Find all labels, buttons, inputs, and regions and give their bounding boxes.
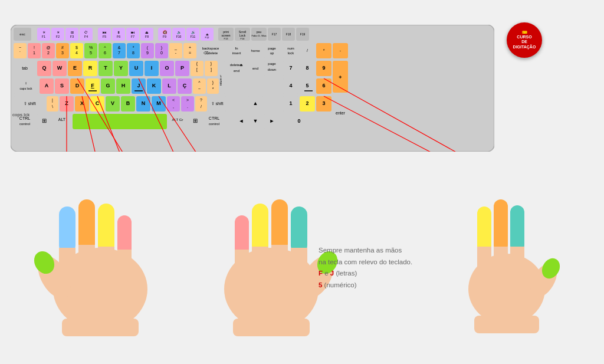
svg-text:&: & — [118, 45, 121, 50]
svg-text:0: 0 — [160, 51, 163, 55]
svg-text:delete⏏: delete⏏ — [230, 63, 243, 67]
svg-text:+: + — [339, 74, 342, 80]
svg-text:F4: F4 — [84, 35, 88, 38]
svg-text:◄: ◄ — [239, 118, 244, 124]
badge-line3: DIGITAÇÃO — [513, 45, 536, 50]
caps-lock-label: cops Ick — [12, 112, 29, 117]
svg-rect-103 — [264, 43, 280, 58]
svg-text:B: B — [126, 100, 130, 106]
svg-text:F9: F9 — [163, 35, 166, 38]
svg-rect-277 — [78, 199, 95, 252]
svg-text:H: H — [122, 83, 126, 88]
instruction-letras: (letras) — [334, 270, 357, 277]
svg-text:`: ` — [19, 51, 21, 55]
svg-rect-276 — [59, 248, 76, 277]
svg-rect-301 — [494, 199, 508, 252]
svg-text:W: W — [57, 65, 63, 71]
svg-text:*: * — [212, 87, 214, 91]
svg-text:ALT: ALT — [58, 117, 66, 122]
svg-text:L: L — [168, 83, 171, 88]
svg-text:F11: F11 — [191, 35, 196, 38]
svg-rect-294 — [291, 248, 307, 277]
svg-rect-6 — [51, 28, 64, 41]
instruction-line3: F e J (letras) — [319, 268, 412, 280]
svg-text:.: . — [187, 104, 188, 109]
svg-text:?: ? — [200, 98, 202, 102]
svg-rect-15 — [98, 28, 111, 41]
svg-text:►: ► — [270, 118, 275, 124]
svg-text:up: up — [270, 51, 274, 55]
svg-text:▼: ▼ — [253, 118, 258, 124]
svg-text:3: 3 — [322, 100, 325, 106]
svg-rect-291 — [271, 199, 288, 252]
badge-line2: DE — [521, 40, 527, 44]
svg-text:4: 4 — [289, 83, 292, 88]
svg-text:🔇: 🔇 — [163, 30, 168, 35]
logo-badge: ⌨ CURSO DE DIGITAÇÃO — [507, 22, 548, 55]
svg-text:▲: ▲ — [253, 100, 258, 106]
svg-text:!: ! — [34, 45, 35, 50]
svg-text:F12: F12 — [205, 36, 210, 39]
svg-text:@: @ — [46, 45, 50, 50]
svg-rect-288 — [235, 250, 249, 277]
svg-text:*: * — [323, 48, 325, 53]
svg-text:home: home — [251, 49, 260, 53]
svg-rect-278 — [78, 245, 95, 277]
svg-text:control: control — [209, 122, 219, 126]
svg-text:]: ] — [211, 67, 212, 72]
svg-rect-280 — [98, 247, 114, 277]
svg-rect-98 — [226, 43, 247, 58]
svg-text:U: U — [134, 65, 139, 71]
svg-text:1: 1 — [289, 100, 292, 106]
svg-text:F13: F13 — [224, 37, 229, 40]
svg-rect-283 — [62, 319, 139, 336]
svg-rect-275 — [59, 206, 76, 254]
instruction-line1: Sempre mantenha as mãos — [319, 245, 412, 257]
svg-text:6: 6 — [322, 83, 325, 88]
svg-text:C: C — [96, 100, 100, 106]
svg-text:F: F — [91, 83, 94, 88]
main-container: ⌨ CURSO DE DIGITAÇÃO esc ☀F1 ☀F2 ⊞F3 ⏱F4… — [0, 0, 604, 364]
svg-text:1: 1 — [33, 51, 35, 55]
svg-text:Y: Y — [119, 65, 123, 71]
svg-text:P: P — [180, 65, 184, 71]
svg-rect-27 — [158, 28, 171, 41]
svg-text:A: A — [45, 83, 49, 88]
svg-text:⏏: ⏏ — [145, 31, 149, 34]
svg-rect-293 — [291, 206, 307, 254]
svg-text:F14: F14 — [241, 37, 245, 40]
svg-rect-9 — [65, 28, 78, 41]
svg-text:backspace: backspace — [202, 47, 219, 50]
svg-text:7: 7 — [118, 51, 120, 55]
svg-text:>: > — [186, 98, 189, 102]
svg-text:G: G — [106, 83, 110, 88]
svg-text:insert: insert — [232, 51, 241, 55]
svg-rect-246 — [52, 114, 71, 129]
svg-text:%: % — [89, 45, 93, 50]
svg-text:*: * — [133, 45, 134, 50]
svg-rect-305 — [474, 316, 539, 333]
svg-text:⏮: ⏮ — [103, 31, 106, 34]
badge-circle: ⌨ CURSO DE DIGITAÇÃO — [507, 22, 542, 58]
svg-text:num: num — [287, 47, 294, 50]
svg-text:F10: F10 — [176, 35, 182, 38]
svg-text:esc: esc — [19, 32, 25, 36]
svg-text:E: E — [73, 65, 77, 71]
svg-text:⇧ shift: ⇧ shift — [211, 101, 224, 106]
svg-text:⊞: ⊞ — [193, 117, 198, 124]
svg-text:F3: F3 — [70, 35, 74, 38]
badge-line1: CURSO — [517, 35, 531, 40]
svg-rect-249 — [168, 114, 187, 129]
svg-text:⏸: ⏸ — [117, 31, 120, 34]
svg-text:F17: F17 — [272, 32, 277, 36]
instruction-ej: e — [323, 270, 330, 277]
svg-text:Q: Q — [42, 65, 46, 71]
numpad-hand-svg — [448, 159, 566, 336]
svg-text:⌫delete: ⌫delete — [203, 51, 218, 55]
left-hand-svg — [24, 159, 177, 336]
svg-rect-24 — [140, 28, 153, 41]
svg-text:F1: F1 — [42, 35, 45, 38]
svg-text:Ç: Ç — [183, 83, 187, 88]
svg-rect-302 — [494, 247, 508, 277]
instruction-line2: na tecla com relevo do teclado. — [319, 257, 412, 268]
